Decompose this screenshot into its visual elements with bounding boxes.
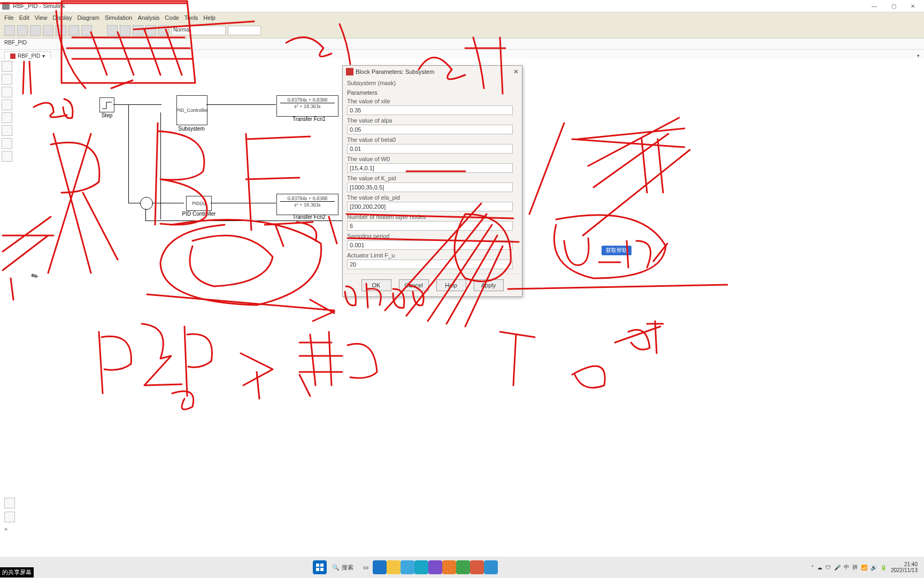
sidebar-annotate-icon[interactable] xyxy=(2,138,12,149)
matlab-icon[interactable] xyxy=(442,560,456,574)
float-toolbar-expand-icon[interactable]: » xyxy=(4,526,15,532)
cancel-button[interactable]: Cancel xyxy=(399,279,429,291)
step-block-label: Step xyxy=(96,112,118,118)
menu-display[interactable]: Display xyxy=(52,14,72,21)
menu-analysis[interactable]: Analysis xyxy=(137,14,159,21)
tf2-label: Transfer Fcn2 xyxy=(285,214,333,220)
toolbar-stoptime-dropdown[interactable] xyxy=(228,26,261,35)
block-parameters-dialog[interactable]: Block Parameters: Subsystem ✕ Subsystem … xyxy=(342,65,522,297)
chevron-down-icon[interactable]: ▾ xyxy=(42,53,45,59)
signal-line xyxy=(128,203,140,203)
signal-line xyxy=(145,209,146,220)
sum-block[interactable] xyxy=(140,197,153,210)
field-label: Sampling period xyxy=(347,233,518,239)
taskbar-app-icon[interactable] xyxy=(484,560,498,574)
signal-line xyxy=(145,220,343,221)
toolbar-stop-icon[interactable] xyxy=(145,25,156,36)
breadcrumb-path[interactable]: RBF_PID xyxy=(4,40,27,45)
field-label: The value of beta0 xyxy=(347,136,518,143)
menu-file[interactable]: File xyxy=(4,14,14,21)
taskbar-app-icon[interactable] xyxy=(373,560,387,574)
menu-simulation[interactable]: Simulation xyxy=(105,14,132,21)
tray-shield-icon[interactable]: 🛡 xyxy=(826,565,831,571)
tab-overflow-icon[interactable]: ▾ xyxy=(917,53,920,58)
svg-rect-0 xyxy=(316,564,319,567)
task-view-icon[interactable]: ▭ xyxy=(359,560,373,574)
tray-battery-icon[interactable]: 🔋 xyxy=(880,565,887,571)
help-button[interactable]: Help xyxy=(436,279,466,291)
taskbar-app-icon[interactable] xyxy=(456,560,470,574)
edge-icon[interactable] xyxy=(414,560,428,574)
file-explorer-icon[interactable] xyxy=(387,560,401,574)
sidebar-lib-icon[interactable] xyxy=(2,112,12,123)
toolbar-explorer-icon[interactable] xyxy=(81,25,92,36)
taskbar-app-icon[interactable] xyxy=(428,560,442,574)
toolbar-up-icon[interactable] xyxy=(43,25,53,36)
tray-chevron-up-icon[interactable]: ˄ xyxy=(811,565,814,571)
menu-view[interactable]: View xyxy=(35,14,48,21)
sidebar-explorer-icon[interactable] xyxy=(2,125,12,136)
dialog-icon xyxy=(346,68,353,75)
tray-volume-icon[interactable]: 🔊 xyxy=(871,565,877,571)
toolbar-step-fwd-icon[interactable] xyxy=(133,25,143,36)
tray-mic-icon[interactable]: 🎤 xyxy=(834,565,841,571)
menu-code[interactable]: Code xyxy=(165,14,179,21)
tray-ime2-icon[interactable]: 拼 xyxy=(852,564,858,571)
toolbar-step-back-icon[interactable] xyxy=(107,25,118,36)
tray-ime-icon[interactable]: 中 xyxy=(844,564,849,571)
model-tab-icon xyxy=(10,54,16,59)
pid-ctrl-inner-label: PID_Controller xyxy=(176,108,207,113)
beta0-input[interactable] xyxy=(347,144,513,154)
toolbar-forward-icon[interactable] xyxy=(30,25,41,36)
tray-wifi-icon[interactable]: 📶 xyxy=(861,565,867,571)
transfer-fcn1-block[interactable]: 0.83784s + 0.8388 s² + 18.363s xyxy=(276,95,338,117)
alpa-input[interactable] xyxy=(347,125,513,134)
float-toolbar-icon[interactable] xyxy=(4,498,15,508)
sidebar-pan-icon[interactable] xyxy=(2,100,12,110)
float-toolbar-icon[interactable] xyxy=(4,512,15,522)
sidebar-hide-icon[interactable] xyxy=(2,61,12,72)
menu-tools[interactable]: Tools xyxy=(184,14,198,21)
actuator-limit-input[interactable] xyxy=(347,260,513,269)
toolbar-config-icon[interactable] xyxy=(68,25,79,36)
w0-input[interactable] xyxy=(347,163,513,173)
screenshare-badge: 的共享屏幕 xyxy=(0,567,34,577)
toolbar-run-icon[interactable] xyxy=(120,25,130,36)
start-button[interactable] xyxy=(313,560,327,574)
maximize-button[interactable]: ▢ xyxy=(884,1,903,11)
toolbar-save-icon[interactable] xyxy=(4,25,15,36)
tray-cloud-icon[interactable]: ☁ xyxy=(817,565,822,571)
subsystem-block[interactable]: PID_Controller xyxy=(176,95,207,125)
toolbar-record-icon[interactable] xyxy=(158,25,169,36)
taskbar-app-icon[interactable] xyxy=(401,560,414,574)
close-button[interactable]: ✕ xyxy=(904,1,922,11)
menu-diagram[interactable]: Diagram xyxy=(77,14,99,21)
sidebar-image-icon[interactable] xyxy=(2,151,12,162)
elapid-input[interactable] xyxy=(347,202,513,211)
kpid-input[interactable] xyxy=(347,182,513,192)
signal-line xyxy=(206,104,276,105)
sampling-period-input[interactable] xyxy=(347,240,513,250)
toolbar-mode-dropdown[interactable]: Normal xyxy=(171,26,226,35)
help-tooltip: 获取帮助 xyxy=(602,246,632,255)
menu-edit[interactable]: Edit xyxy=(19,14,29,21)
minimize-button[interactable]: — xyxy=(865,1,883,11)
toolbar-back-icon[interactable] xyxy=(17,25,28,36)
taskbar-clock[interactable]: 21:40 2022/11/13 xyxy=(891,561,918,573)
menu-help[interactable]: Help xyxy=(203,14,215,21)
taskbar-app-icon[interactable] xyxy=(470,560,484,574)
dialog-close-icon[interactable]: ✕ xyxy=(513,68,519,75)
step-block[interactable] xyxy=(99,97,114,112)
xite-input[interactable] xyxy=(347,105,513,115)
sidebar-zoom-icon[interactable] xyxy=(2,74,12,85)
sidebar-fit-icon[interactable] xyxy=(2,87,12,97)
taskbar-search[interactable]: 🔍 搜索 xyxy=(332,564,353,572)
toolbar-lib-icon[interactable] xyxy=(56,25,66,36)
pid-controller-block[interactable]: PID(s) xyxy=(186,196,212,211)
ok-button[interactable]: OK xyxy=(361,279,391,291)
signal-line xyxy=(152,203,184,203)
search-label: 搜索 xyxy=(342,564,353,572)
apply-button[interactable]: Apply xyxy=(474,279,504,291)
hidden-nodes-input[interactable] xyxy=(347,221,513,231)
transfer-fcn2-block[interactable]: 0.83784s + 0.8388 s² + 18.363s xyxy=(276,194,338,215)
